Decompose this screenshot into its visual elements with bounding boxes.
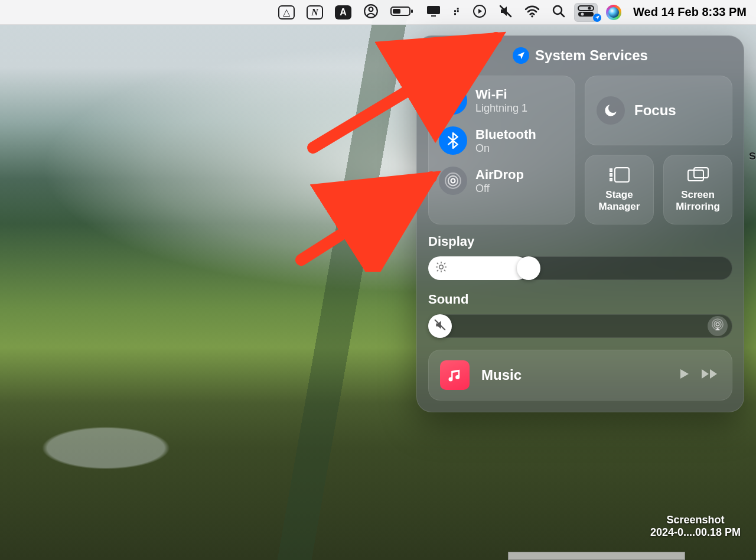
svg-rect-20 xyxy=(610,178,612,181)
stage-manager-label: Stage Manager xyxy=(589,189,649,212)
play-circle-icon xyxy=(472,4,487,21)
menubar-datetime[interactable]: Wed 14 Feb 8:33 PM xyxy=(630,5,747,19)
svg-rect-19 xyxy=(610,174,612,176)
display-brightness-slider[interactable] xyxy=(428,256,732,280)
menu-extra-user[interactable] xyxy=(360,1,382,24)
sound-title: Sound xyxy=(428,292,732,307)
menu-extra-notion[interactable]: N xyxy=(303,3,327,22)
menu-extra-drive[interactable]: △ xyxy=(275,3,298,22)
screen-mirroring-label: Screen Mirroring xyxy=(668,189,728,212)
svg-rect-4 xyxy=(393,9,400,14)
menu-extra-siri[interactable] xyxy=(602,2,625,22)
focus-title: Focus xyxy=(634,102,676,119)
wifi-status: Lightning 1 xyxy=(475,102,527,115)
bluetooth-status: On xyxy=(475,142,536,155)
apple-music-icon xyxy=(440,360,470,390)
letter-a-icon: A xyxy=(335,5,351,19)
svg-point-8 xyxy=(531,15,533,17)
airdrop-toggle[interactable]: AirDrop Off xyxy=(439,164,565,197)
moon-icon xyxy=(597,96,625,125)
menu-bar: △ N A ⠞ xyxy=(0,0,756,25)
svg-rect-6 xyxy=(431,15,436,17)
airplay-audio-button[interactable] xyxy=(708,316,728,336)
desktop-file-screenshot[interactable]: Screenshot 2024-0....00.18 PM xyxy=(650,514,741,539)
wifi-icon xyxy=(439,86,467,115)
bluetooth-toggle[interactable]: Bluetooth On xyxy=(439,124,565,157)
svg-rect-18 xyxy=(610,169,612,171)
svg-point-15 xyxy=(451,179,455,183)
menu-extra-anki[interactable]: A xyxy=(331,3,355,22)
triangle-icon: △ xyxy=(278,5,295,19)
svg-rect-22 xyxy=(688,170,703,181)
stage-manager-tile[interactable]: Stage Manager xyxy=(585,155,654,224)
svg-point-13 xyxy=(581,12,584,15)
svg-point-1 xyxy=(369,7,373,11)
play-button[interactable] xyxy=(677,367,691,383)
connectivity-tile: Wi-Fi Lightning 1 Bluetooth On AirDrop xyxy=(428,76,575,224)
user-circle-icon xyxy=(363,4,379,21)
dots-grid-icon: ⠞ xyxy=(453,6,461,18)
svg-rect-5 xyxy=(427,6,440,14)
volume-muted-icon xyxy=(434,319,446,333)
menu-extra-control-center[interactable] xyxy=(574,3,598,22)
svg-rect-23 xyxy=(694,168,708,178)
bluetooth-icon xyxy=(439,126,467,155)
sound-section: Sound xyxy=(428,292,732,338)
display-section: Display xyxy=(428,234,732,280)
menu-extra-now-playing[interactable] xyxy=(469,2,490,23)
location-arrow-icon xyxy=(513,47,529,64)
airdrop-title: AirDrop xyxy=(475,167,524,183)
wifi-icon xyxy=(524,5,540,20)
svg-rect-12 xyxy=(578,12,594,17)
display-title: Display xyxy=(428,234,732,249)
svg-point-14 xyxy=(452,105,454,106)
sound-knob[interactable] xyxy=(428,314,452,338)
location-indicator-icon xyxy=(593,14,601,22)
next-track-button[interactable] xyxy=(700,367,721,383)
svg-rect-21 xyxy=(615,168,629,182)
svg-point-26 xyxy=(714,321,721,328)
screen-mirroring-tile[interactable]: Screen Mirroring xyxy=(663,155,732,224)
siri-icon xyxy=(606,5,621,20)
airdrop-status: Off xyxy=(475,183,524,195)
cropped-window-edge xyxy=(508,552,685,560)
control-center-panel: System Services Wi-Fi Lightning 1 Blueto… xyxy=(416,35,744,412)
bluetooth-title: Bluetooth xyxy=(475,127,536,142)
screen-mirroring-icon xyxy=(687,167,709,185)
wifi-title: Wi-Fi xyxy=(475,87,527,102)
svg-point-16 xyxy=(448,176,458,185)
slider-fill xyxy=(428,256,529,280)
display-icon xyxy=(426,5,441,20)
svg-point-25 xyxy=(716,323,719,326)
menu-extra-sound[interactable] xyxy=(495,2,516,23)
file-name-line2: 2024-0....00.18 PM xyxy=(650,526,741,539)
menu-extra-tailscale[interactable]: ⠞ xyxy=(449,4,464,20)
brightness-icon xyxy=(435,261,447,275)
wifi-toggle[interactable]: Wi-Fi Lightning 1 xyxy=(439,84,565,117)
music-title-label: Music xyxy=(481,367,665,383)
menu-extra-display[interactable] xyxy=(422,2,445,22)
airdrop-icon xyxy=(439,167,467,195)
edge-cropped-text: s xyxy=(749,148,756,163)
slider-knob[interactable] xyxy=(517,256,540,280)
menu-extra-battery[interactable] xyxy=(387,3,418,22)
svg-point-11 xyxy=(588,6,591,9)
stage-manager-icon xyxy=(609,167,630,185)
svg-rect-3 xyxy=(411,9,413,13)
system-services-title: System Services xyxy=(535,47,648,64)
control-center-header[interactable]: System Services xyxy=(428,47,732,64)
sound-volume-slider[interactable] xyxy=(428,314,732,338)
notion-icon: N xyxy=(307,5,323,19)
svg-rect-10 xyxy=(578,6,594,11)
music-tile[interactable]: Music xyxy=(428,350,732,401)
menu-extra-spotlight[interactable] xyxy=(548,2,569,23)
airplay-icon xyxy=(711,318,724,334)
battery-icon xyxy=(390,5,414,19)
search-icon xyxy=(552,4,566,21)
control-center-icon xyxy=(578,5,594,19)
focus-tile[interactable]: Focus xyxy=(585,76,732,145)
volume-muted-icon xyxy=(498,4,513,21)
menu-extra-wifi[interactable] xyxy=(521,2,543,22)
svg-point-24 xyxy=(439,265,444,269)
file-name-line1: Screenshot xyxy=(650,514,741,526)
